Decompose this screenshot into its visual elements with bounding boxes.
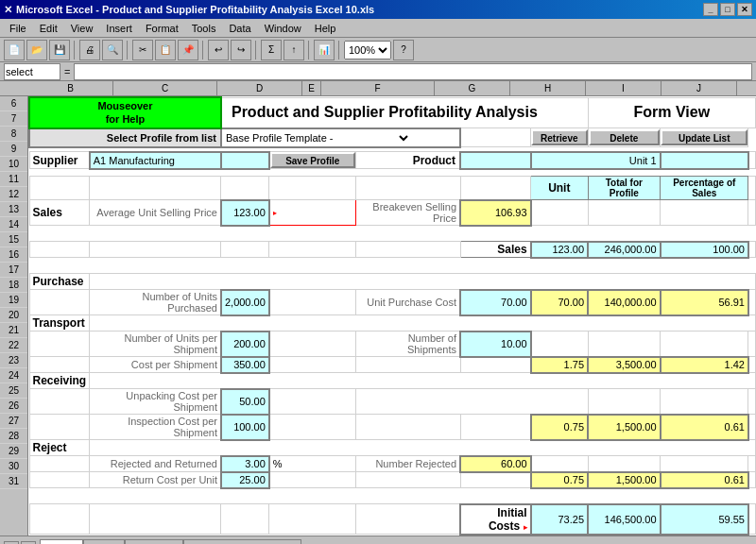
data-table: Mouseover for Help Product and Supplier … bbox=[28, 96, 756, 536]
maximize-btn[interactable]: □ bbox=[720, 3, 735, 16]
chart-btn[interactable]: 📊 bbox=[314, 40, 335, 60]
menu-file[interactable]: File bbox=[4, 21, 32, 36]
row-30-initial-costs: Initial Costs ▸ 73.25 146,500.00 59.55 bbox=[29, 504, 756, 535]
unit-purchase-cost-value[interactable]: 70.00 bbox=[460, 290, 531, 315]
sep3 bbox=[202, 41, 204, 60]
sheet-tab-bar: ◀ ▶ Form Table Template Terms and Condit… bbox=[0, 536, 756, 544]
update-list-btn[interactable]: Update List bbox=[661, 129, 747, 145]
receiving-total-col: 1,500.00 bbox=[588, 415, 661, 440]
row-7: 7 bbox=[0, 111, 27, 127]
receiving-label: Receiving bbox=[29, 373, 90, 389]
zoom-select[interactable]: 100% bbox=[344, 41, 391, 60]
row-26: 26 bbox=[0, 399, 27, 414]
sort-asc-btn[interactable]: ↑ bbox=[284, 40, 304, 60]
purchase-pct-col: 56.91 bbox=[661, 290, 748, 315]
sales-pct: 100.00 bbox=[661, 242, 748, 258]
row-25-inspection: Inspection Cost per Shipment 100.00 0.75… bbox=[29, 415, 756, 440]
row-21-transport-1: Number of Units per Shipment 200.00 Numb… bbox=[29, 332, 756, 357]
menu-data[interactable]: Data bbox=[223, 21, 256, 36]
tab-scroll-left[interactable]: ◀ bbox=[4, 541, 19, 544]
inspection-label: Inspection Cost per Shipment bbox=[90, 415, 221, 440]
formula-input[interactable] bbox=[74, 63, 752, 80]
preview-btn[interactable]: 🔍 bbox=[102, 40, 123, 60]
sales-section-label: Sales bbox=[29, 200, 90, 226]
col-b-header: B bbox=[28, 81, 113, 95]
app-icon: ✕ bbox=[4, 4, 12, 16]
transport-unit-col: 1.75 bbox=[531, 357, 588, 373]
name-box[interactable] bbox=[4, 63, 60, 80]
units-purchased-value[interactable]: 2,000.00 bbox=[221, 290, 269, 315]
paste-btn[interactable]: 📌 bbox=[178, 40, 198, 60]
row-12: 12 bbox=[0, 187, 27, 202]
cut-btn[interactable]: ✂ bbox=[132, 40, 153, 60]
cost-per-shipment-value[interactable]: 350.00 bbox=[221, 357, 269, 373]
formula-bar: = bbox=[0, 62, 756, 81]
transport-label: Transport bbox=[29, 315, 90, 332]
supplier-label: Supplier bbox=[29, 152, 90, 169]
units-per-shipment-label: Number of Units per Shipment bbox=[90, 332, 221, 357]
col-c-header: C bbox=[113, 81, 217, 95]
new-btn[interactable]: 📄 bbox=[4, 40, 25, 60]
inspection-value[interactable]: 100.00 bbox=[221, 415, 269, 440]
col-e-header: E bbox=[302, 81, 321, 95]
tab-scroll-right[interactable]: ▶ bbox=[21, 541, 36, 544]
rejected-returned-value[interactable]: 3.00 bbox=[221, 456, 269, 472]
save-btn[interactable]: 💾 bbox=[49, 40, 70, 60]
menu-insert[interactable]: Insert bbox=[100, 21, 138, 36]
save-profile-btn[interactable]: Save Profile bbox=[270, 152, 355, 168]
sum-btn[interactable]: Σ bbox=[261, 40, 282, 60]
print-btn[interactable]: 🖨 bbox=[79, 40, 100, 60]
open-btn[interactable]: 📂 bbox=[26, 40, 47, 60]
tab-terms[interactable]: Terms and Conditions bbox=[183, 539, 301, 544]
delete-btn[interactable]: Delete bbox=[589, 129, 661, 145]
tab-form[interactable]: Form bbox=[40, 539, 83, 544]
row-22: 22 bbox=[0, 338, 27, 353]
unit-value[interactable]: Unit 1 bbox=[531, 152, 661, 169]
sep6 bbox=[338, 41, 340, 60]
return-cost-value[interactable]: 25.00 bbox=[221, 472, 269, 488]
row-24: 24 bbox=[0, 368, 27, 383]
row-18: 18 bbox=[0, 278, 27, 293]
row-10: 10 bbox=[0, 157, 27, 172]
row-14: 14 bbox=[0, 217, 27, 232]
avg-price-value[interactable]: 123.00 bbox=[221, 200, 269, 226]
row-28-return-cost: Return Cost per Unit 25.00 0.75 1,500.00… bbox=[29, 472, 756, 488]
menu-tools[interactable]: Tools bbox=[186, 21, 222, 36]
profile-dropdown[interactable]: Base Profile Template - bbox=[222, 129, 411, 146]
total-col-header: Total for Profile bbox=[588, 177, 661, 200]
tab-template[interactable]: Template bbox=[125, 539, 184, 544]
menu-format[interactable]: Format bbox=[140, 21, 184, 36]
row-24-unpacking: Unpacking Cost per Shipment 50.00 bbox=[29, 389, 756, 415]
col-d-header: D bbox=[217, 81, 302, 95]
sep5 bbox=[308, 41, 310, 60]
row-13: 13 bbox=[0, 202, 27, 217]
menu-view[interactable]: View bbox=[65, 21, 99, 36]
close-btn[interactable]: ✕ bbox=[737, 3, 752, 16]
col-headers: B C D E F G H I J K bbox=[0, 81, 756, 96]
redo-btn[interactable]: ↪ bbox=[231, 40, 251, 60]
unpacking-value[interactable]: 50.00 bbox=[221, 389, 269, 415]
row-27: 27 bbox=[0, 414, 27, 429]
copy-btn[interactable]: 📋 bbox=[155, 40, 176, 60]
minimize-btn[interactable]: _ bbox=[703, 3, 718, 16]
breakeven-value[interactable]: 106.93 bbox=[460, 200, 531, 226]
col-k-header: K bbox=[737, 81, 756, 95]
num-shipments-value[interactable]: 10.00 bbox=[460, 332, 531, 357]
rejected-returned-label: Rejected and Returned bbox=[90, 456, 221, 472]
mouseover-help: Mouseover for Help bbox=[29, 97, 221, 128]
row-31: 31 bbox=[0, 474, 27, 489]
unit-purchase-cost-label: Unit Purchase Cost bbox=[355, 290, 460, 315]
menu-edit[interactable]: Edit bbox=[34, 21, 63, 36]
num-rejected-value[interactable]: 60.00 bbox=[460, 456, 531, 472]
col-f-header: F bbox=[321, 81, 435, 95]
units-per-shipment-value[interactable]: 200.00 bbox=[221, 332, 269, 357]
retrieve-btn[interactable]: Retrieve bbox=[531, 129, 587, 145]
help-btn[interactable]: ? bbox=[393, 40, 414, 60]
menu-help[interactable]: Help bbox=[309, 21, 342, 36]
supplier-value[interactable]: A1 Manufacturing bbox=[90, 152, 221, 169]
receiving-unit-col: 0.75 bbox=[531, 415, 588, 440]
menu-window[interactable]: Window bbox=[259, 21, 307, 36]
undo-btn[interactable]: ↩ bbox=[208, 40, 229, 60]
tab-table[interactable]: Table bbox=[83, 539, 125, 544]
product-value[interactable] bbox=[460, 152, 531, 169]
